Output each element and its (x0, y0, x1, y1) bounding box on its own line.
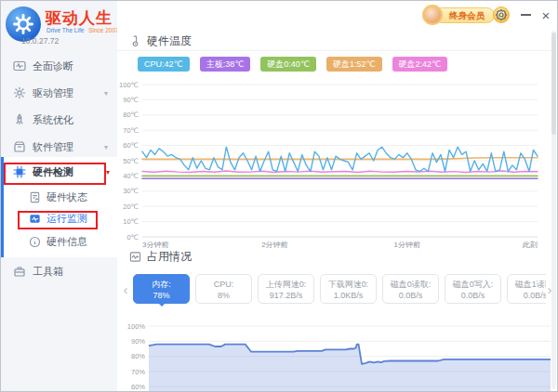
sidebar-item-label: 硬件检测 (33, 165, 73, 179)
sidebar-group-hardware-detect: 硬件检测 ▾ 硬件状态 运行监测 (1, 157, 117, 257)
cards-scroll-left-icon[interactable]: ‹ (120, 280, 131, 300)
info-icon (29, 236, 41, 248)
sidebar-item-label: 硬件信息 (46, 235, 87, 249)
usage-card[interactable]: 下载网速0:1.0KB/s (320, 274, 377, 304)
usage-cards-row: ‹ 内存:78%CPU:8%上传网速0:917.2B/s下载网速0:1.0KB/… (117, 274, 558, 307)
divider (117, 50, 552, 51)
sidebar-item-label: 系统优化 (33, 113, 73, 127)
section-title: 占用情况 (147, 249, 192, 265)
usage-card[interactable]: 内存:78% (133, 274, 190, 304)
temp-chip[interactable]: 硬盘0:40℃ (260, 57, 316, 72)
sidebar-item-label: 驱动管理 (33, 86, 73, 100)
svg-text:60%: 60% (131, 383, 145, 391)
svg-text:70%: 70% (131, 368, 145, 376)
sidebar-item-label: 运行监测 (46, 212, 87, 226)
app-version: 10.0.27.72 (21, 36, 59, 46)
settings-gear-icon[interactable] (493, 7, 510, 23)
svg-text:90%: 90% (131, 337, 145, 346)
sidebar-item-driver-manage[interactable]: 驱动管理 ▾ (1, 82, 117, 104)
scrollbar-thumb[interactable] (551, 33, 556, 135)
card-label: 内存: (134, 279, 189, 290)
svg-text:100℃: 100℃ (119, 81, 139, 89)
svg-text:20℃: 20℃ (123, 203, 139, 211)
card-label: CPU: (196, 279, 251, 290)
app-title: 驱动人生 (46, 7, 113, 29)
card-value: 1.0KB/s (321, 290, 376, 301)
diagnose-icon (13, 59, 26, 72)
svg-text:80℃: 80℃ (123, 111, 139, 119)
svg-text:10℃: 10℃ (123, 217, 139, 226)
document-status-icon (29, 191, 41, 203)
minimize-button[interactable] (517, 7, 534, 23)
usage-chart-icon (129, 251, 141, 263)
sidebar: 驱动人生 Drive The Life Since 2007 10.0.27.7… (1, 1, 117, 391)
temp-chip[interactable]: CPU:42℃ (138, 57, 190, 72)
card-value: 0.0B/s (445, 290, 500, 301)
svg-text:60℃: 60℃ (123, 141, 139, 150)
temp-chip[interactable]: 主板:38℃ (200, 57, 251, 72)
card-label: 上传网速0: (259, 279, 313, 290)
sidebar-item-label: 硬件状态 (46, 190, 87, 204)
temp-chip[interactable]: 硬盘1:52℃ (326, 57, 382, 72)
temperature-chart: 0℃10℃20℃30℃40℃50℃60℃70℃80℃90℃100℃3分钟前2分钟… (117, 80, 558, 253)
sidebar-item-toolbox[interactable]: 工具箱 (1, 260, 117, 282)
card-value: 0.0B/s (508, 290, 546, 301)
chevron-down-icon-red: ▾ (106, 168, 110, 176)
section-header-usage: 占用情况 (129, 249, 192, 265)
sidebar-item-hardware-detect[interactable]: 硬件检测 ▾ (1, 161, 117, 183)
svg-text:2分钟前: 2分钟前 (261, 241, 287, 249)
rocket-icon (13, 113, 26, 126)
usage-card[interactable]: 磁盘1读取:0.0B/s (507, 274, 546, 304)
toolbox-icon (13, 265, 26, 278)
card-value: 8% (196, 290, 251, 301)
app-subtitle-en: Drive The Life (46, 27, 84, 33)
card-value: 78% (134, 290, 189, 301)
chevron-down-icon: ▾ (104, 89, 108, 98)
sidebar-item-label: 软件管理 (33, 140, 73, 154)
software-box-icon (13, 140, 26, 153)
thermometer-icon (129, 35, 141, 47)
svg-text:100%: 100% (127, 322, 146, 331)
section-title: 硬件温度 (147, 33, 192, 49)
app-since: Since 2007 (88, 27, 119, 33)
card-label: 磁盘1读取: (508, 279, 546, 290)
usage-card[interactable]: 磁盘0写入:0.0B/s (445, 274, 501, 304)
memory-usage-chart: 100%90%80%70%60% (117, 320, 558, 392)
usage-card[interactable]: CPU:8% (195, 274, 252, 304)
sidebar-item-label: 全面诊断 (33, 59, 73, 73)
card-label: 下载网速0: (321, 279, 376, 290)
svg-text:30℃: 30℃ (123, 187, 139, 195)
usage-cards: 内存:78%CPU:8%上传网速0:917.2B/s下载网速0:1.0KB/s磁… (133, 274, 546, 307)
temp-chip[interactable]: 硬盘2:42℃ (392, 57, 448, 72)
svg-text:40℃: 40℃ (123, 172, 139, 180)
svg-text:50℃: 50℃ (123, 157, 139, 165)
svg-text:0℃: 0℃ (126, 233, 139, 242)
sidebar-item-software-manage[interactable]: 软件管理 ▾ (1, 136, 117, 158)
sidebar-subitem-hw-info[interactable]: 硬件信息 (1, 231, 117, 252)
section-header-temperature: 硬件温度 (129, 33, 192, 49)
temp-legend-chips: CPU:42℃主板:38℃硬盘0:40℃硬盘1:52℃硬盘2:42℃ (138, 57, 447, 72)
usage-card[interactable]: 上传网速0:917.2B/s (258, 274, 314, 304)
usage-card[interactable]: 磁盘0读取:0.0B/s (382, 274, 439, 304)
svg-text:此刻: 此刻 (522, 241, 538, 249)
svg-text:3分钟前: 3分钟前 (142, 241, 168, 249)
logo-area: 驱动人生 Drive The Life Since 2007 10.0.27.7… (1, 1, 117, 51)
chevron-down-icon: ▾ (104, 143, 108, 151)
titlebar: 终身会员 V × (117, 1, 557, 29)
sidebar-item-label: 工具箱 (33, 265, 63, 279)
card-value: 0.0B/s (383, 290, 438, 301)
svg-text:1分钟前: 1分钟前 (394, 241, 420, 249)
sidebar-subitem-run-monitor[interactable]: 运行监测 (1, 208, 117, 229)
sidebar-subitem-hw-status[interactable]: 硬件状态 (1, 187, 117, 207)
svg-text:80%: 80% (131, 352, 145, 360)
svg-text:90℃: 90℃ (123, 96, 139, 104)
scrollbar[interactable] (551, 31, 556, 389)
gear-icon (13, 86, 26, 99)
card-value: 917.2B/s (259, 290, 313, 301)
sidebar-item-diagnose[interactable]: 全面诊断 (1, 55, 117, 77)
main-panel: 硬件温度 CPU:42℃主板:38℃硬盘0:40℃硬盘1:52℃硬盘2:42℃ … (117, 29, 557, 391)
cpu-chip-icon (13, 165, 26, 178)
sidebar-item-sys-optimize[interactable]: 系统优化 (1, 109, 117, 131)
close-button[interactable]: × (538, 7, 554, 23)
avatar (422, 5, 443, 25)
